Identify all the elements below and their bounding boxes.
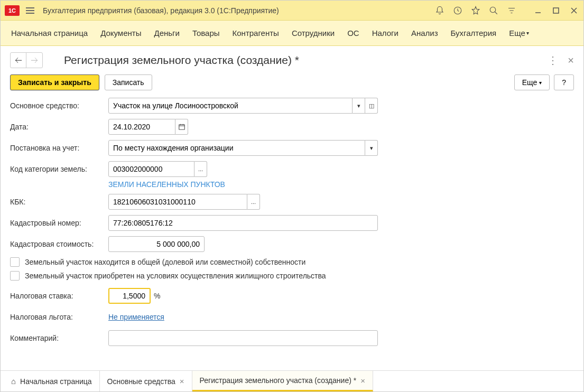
tax-rate-input[interactable] (108, 288, 151, 304)
close-tab-icon[interactable]: × (360, 376, 365, 385)
tab-label: Начальная страница (20, 377, 91, 386)
save-close-button[interactable]: Записать и закрыть (10, 74, 99, 90)
tab-home[interactable]: ⌂ Начальная страница (4, 371, 100, 391)
nav-employees[interactable]: Сотрудники (292, 29, 335, 38)
nav-forward-button[interactable]: 🡢 (26, 53, 42, 68)
close-button[interactable] (569, 5, 579, 16)
open-ref-icon[interactable]: ◫ (365, 98, 378, 114)
titlebar: 1С Бухгалтерия предприятия (базовая), ре… (1, 1, 583, 21)
land-code-input[interactable] (108, 161, 194, 177)
ellipsis-icon[interactable]: ... (194, 161, 207, 177)
minimize-button[interactable] (533, 5, 543, 16)
asset-input[interactable] (108, 98, 353, 114)
svg-point-1 (490, 7, 496, 13)
page-close-icon[interactable]: × (568, 55, 574, 66)
nav-documents[interactable]: Документы (100, 29, 141, 38)
asset-label: Основное средство: (10, 101, 108, 110)
cadastral-cost-input[interactable] (108, 236, 205, 252)
nav-taxes[interactable]: Налоги (372, 29, 398, 38)
help-button[interactable]: ? (554, 74, 574, 90)
registration-input[interactable] (108, 140, 365, 156)
date-label: Дата: (10, 123, 108, 131)
search-icon[interactable] (488, 5, 499, 16)
comment-input[interactable] (108, 330, 378, 346)
cadastral-cost-label: Кадастровая стоимость: (10, 240, 108, 248)
nav-money[interactable]: Деньги (154, 29, 179, 38)
nav-goods[interactable]: Товары (192, 29, 220, 38)
ellipsis-icon[interactable]: ... (247, 194, 260, 210)
nav-more[interactable]: Еще ▾ (509, 29, 529, 38)
page-content: 🡠 🡢 Регистрация земельного участка (созд… (1, 46, 583, 370)
tab-assets[interactable]: Основные средства × (100, 371, 192, 391)
land-code-hint[interactable]: ЗЕМЛИ НАСЕЛЕННЫХ ПУНКТОВ (108, 180, 574, 189)
maximize-button[interactable] (551, 5, 561, 16)
dropdown-icon[interactable]: ▾ (353, 98, 365, 114)
bell-icon[interactable] (434, 5, 445, 16)
cadastral-num-input[interactable] (108, 215, 378, 231)
registration-label: Постановка на учет: (10, 144, 108, 152)
close-tab-icon[interactable]: × (180, 377, 184, 386)
home-icon: ⌂ (11, 377, 16, 386)
nav-analysis[interactable]: Анализ (411, 29, 438, 38)
housing-construction-label: Земельный участок приобретен на условиях… (25, 272, 326, 280)
date-input[interactable] (108, 119, 175, 135)
tax-rate-label: Налоговая ставка: (10, 292, 108, 300)
save-button[interactable]: Записать (105, 74, 152, 90)
calendar-icon[interactable] (175, 119, 188, 135)
comment-label: Комментарий: (10, 334, 108, 342)
filter-icon[interactable] (506, 5, 517, 16)
shared-ownership-checkbox[interactable] (10, 257, 20, 267)
app-logo: 1С (5, 5, 20, 16)
kbk-label: КБК: (10, 198, 108, 206)
nav-home[interactable]: Начальная страница (11, 29, 88, 38)
app-title: Бухгалтерия предприятия (базовая), редак… (43, 6, 434, 15)
tax-rate-unit: % (154, 292, 160, 300)
shared-ownership-label: Земельный участок находится в общей (дол… (25, 258, 305, 266)
star-icon[interactable] (470, 5, 481, 16)
page-menu-icon[interactable]: ⋮ (548, 55, 558, 66)
history-icon[interactable] (452, 5, 463, 16)
titlebar-actions (434, 5, 579, 16)
tabs-footer: ⌂ Начальная страница Основные средства ×… (1, 370, 583, 391)
cadastral-num-label: Кадастровый номер: (10, 219, 108, 227)
more-button[interactable]: Еще ▾ (514, 74, 550, 90)
nav-arrows: 🡠 🡢 (10, 52, 43, 68)
nav-accounting[interactable]: Бухгалтерия (451, 29, 497, 38)
svg-rect-2 (553, 8, 559, 13)
nav-back-button[interactable]: 🡠 (11, 53, 26, 68)
tab-label: Регистрация земельного участка (создание… (200, 376, 357, 385)
main-toolbar: Начальная страница Документы Деньги Това… (1, 21, 583, 46)
land-code-label: Код категории земель: (10, 165, 108, 173)
tab-label: Основные средства (107, 377, 175, 386)
svg-rect-3 (179, 125, 184, 129)
tax-benefit-label: Налоговая льгота: (10, 313, 108, 321)
housing-construction-checkbox[interactable] (10, 271, 20, 281)
dropdown-icon[interactable]: ▾ (365, 140, 378, 156)
tax-benefit-link[interactable]: Не применяется (108, 313, 164, 321)
nav-counterparties[interactable]: Контрагенты (233, 29, 279, 38)
menu-icon[interactable] (24, 4, 36, 17)
page-title: Регистрация земельного участка (создание… (64, 54, 299, 67)
nav-assets[interactable]: ОС (347, 29, 359, 38)
kbk-input[interactable] (108, 194, 247, 210)
tab-land-registration[interactable]: Регистрация земельного участка (создание… (192, 371, 373, 391)
